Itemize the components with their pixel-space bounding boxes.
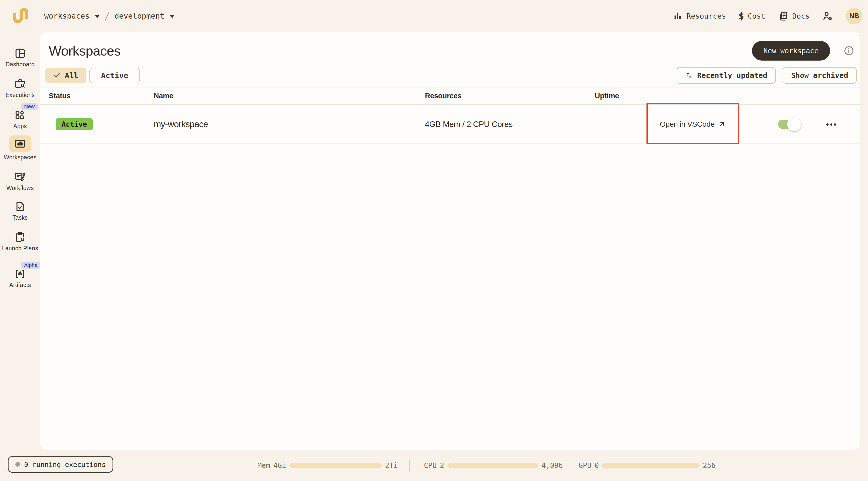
user-settings-button[interactable] <box>822 10 833 22</box>
sidebar-item-label: Tasks <box>0 215 40 221</box>
nav-cost-label: Cost <box>748 12 765 20</box>
dashboard-icon <box>14 48 26 59</box>
running-executions-button[interactable]: 0 running executions <box>8 456 113 473</box>
top-bar: workspaces / development Resources $ Cos… <box>0 0 868 32</box>
nav-resources[interactable]: Resources <box>673 11 726 21</box>
artifacts-icon <box>14 268 26 280</box>
memory-meter: Mem 4Gi 2Ti <box>257 450 398 481</box>
union-logo-icon <box>12 8 28 23</box>
meter-divider <box>569 460 570 471</box>
page-title: Workspaces <box>49 43 752 59</box>
tasks-icon <box>14 201 26 212</box>
breadcrumb-separator: / <box>105 11 110 21</box>
sidebar-item-executions[interactable]: Executions <box>0 78 40 98</box>
nav-resources-label: Resources <box>686 12 726 20</box>
executions-icon <box>14 78 26 90</box>
dollar-icon: $ <box>739 11 744 21</box>
sidebar-item-launch-plans[interactable]: Launch Plans <box>0 231 40 252</box>
sidebar-item-artifacts[interactable]: Alpha Artifacts <box>0 268 40 289</box>
workspaces-table: Status Name Resources Uptime Active my-w… <box>40 87 860 144</box>
new-badge: New <box>21 103 38 110</box>
bar-chart-icon <box>673 11 683 21</box>
ellipsis-icon <box>826 123 829 126</box>
sidebar-item-apps[interactable]: New Apps <box>0 109 40 130</box>
sidebar-item-workspaces[interactable]: Workspaces <box>0 136 40 161</box>
nav-cost[interactable]: $ Cost <box>739 11 766 21</box>
top-nav: Resources $ Cost Docs NB <box>673 0 863 32</box>
avatar[interactable]: NB <box>846 8 863 24</box>
memory-meter-used: 4Gi <box>274 461 286 470</box>
column-header-status: Status <box>49 87 70 104</box>
cpu-meter-label: CPU <box>424 461 437 470</box>
new-workspace-button[interactable]: New workspace <box>752 41 830 61</box>
filter-active-label: Active <box>101 71 128 80</box>
gpu-meter-label: GPU <box>579 461 591 470</box>
external-link-arrow-icon <box>718 120 726 128</box>
info-button[interactable] <box>844 46 854 56</box>
table-row[interactable]: Active my-workspace 4GB Mem / 2 CPU Core… <box>40 105 860 144</box>
chevron-down-icon[interactable] <box>95 15 100 18</box>
column-header-uptime: Uptime <box>595 87 619 104</box>
workspace-name: my-workspace <box>154 119 208 129</box>
workspace-resources: 4GB Mem / 2 CPU Cores <box>425 120 513 129</box>
column-header-resources: Resources <box>425 87 462 104</box>
show-archived-label: Show archived <box>791 71 848 80</box>
workspace-on-toggle[interactable] <box>778 120 798 129</box>
row-menu-button[interactable] <box>826 105 836 144</box>
docs-icon <box>778 11 788 21</box>
table-header: Status Name Resources Uptime <box>40 87 860 105</box>
avatar-initials: NB <box>849 12 859 20</box>
filter-active-chip[interactable]: Active <box>89 68 140 83</box>
alpha-badge: Alpha <box>21 262 41 269</box>
union-logo[interactable] <box>12 8 28 23</box>
running-executions-label: 0 running executions <box>24 461 106 469</box>
toggle-thumb <box>787 117 801 131</box>
name-cell: my-workspace <box>154 105 208 144</box>
gpu-meter-capacity: 256 <box>703 461 716 470</box>
cpu-meter-bar <box>447 463 538 468</box>
memory-meter-label: Mem <box>257 461 270 470</box>
main-panel: Workspaces New workspace All Active <box>40 32 860 450</box>
status-badge: Active <box>56 118 93 130</box>
breadcrumb-domain[interactable]: development <box>115 11 164 20</box>
nav-docs-label: Docs <box>792 12 810 20</box>
column-header-name: Name <box>154 87 173 104</box>
workspaces-icon <box>14 138 26 150</box>
check-icon <box>53 71 61 79</box>
show-archived-button[interactable]: Show archived <box>783 67 857 84</box>
cpu-meter-used: 2 <box>440 461 444 470</box>
breadcrumb-project[interactable]: workspaces <box>44 11 90 20</box>
sidebar-item-label: Executions <box>0 92 40 98</box>
user-gear-icon <box>822 10 833 22</box>
status-cell: Active <box>56 105 93 144</box>
sidebar: Dashboard Executions New Apps Workspaces <box>0 32 40 450</box>
gpu-meter-bar <box>602 463 700 468</box>
status-bar: 0 running executions Mem 4Gi 2Ti CPU 2 4… <box>0 450 868 481</box>
cpu-meter: CPU 2 4,096 <box>424 450 563 481</box>
sidebar-item-workflows[interactable]: Workflows <box>0 171 40 191</box>
sidebar-item-label: Workspaces <box>0 154 40 161</box>
sidebar-item-label: Dashboard <box>0 61 40 68</box>
cpu-meter-capacity: 4,096 <box>541 461 563 470</box>
sort-button[interactable]: Recently updated <box>677 67 776 84</box>
info-icon <box>844 46 854 56</box>
workflows-icon <box>14 171 26 183</box>
status-dot-icon <box>15 462 20 467</box>
sort-arrows-icon <box>685 71 693 80</box>
gpu-meter-used: 0 <box>595 461 599 470</box>
sidebar-item-label: Workflows <box>0 185 40 191</box>
chevron-down-icon[interactable] <box>169 15 175 18</box>
active-item-highlight <box>9 136 31 152</box>
sidebar-item-tasks[interactable]: Tasks <box>0 201 40 221</box>
memory-meter-capacity: 2Ti <box>385 461 398 470</box>
open-in-vscode-link[interactable]: Open in VSCode <box>647 105 739 144</box>
list-controls: Recently updated Show archived <box>677 67 857 84</box>
filter-row: All Active Recently updated Show archive… <box>45 67 857 84</box>
meter-divider <box>409 460 410 471</box>
apps-icon <box>14 109 26 121</box>
panel-header: Workspaces New workspace <box>40 32 860 67</box>
filter-all-chip[interactable]: All <box>45 68 86 83</box>
nav-docs[interactable]: Docs <box>778 11 810 21</box>
sidebar-item-dashboard[interactable]: Dashboard <box>0 48 40 68</box>
sidebar-item-label: Apps <box>0 123 40 130</box>
